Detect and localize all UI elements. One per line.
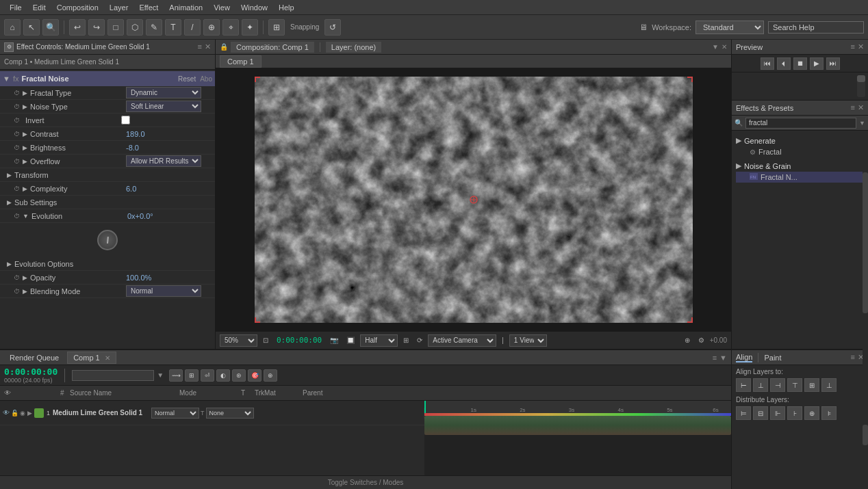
menu-effect[interactable]: Effect (133, 2, 164, 13)
preview-first-btn[interactable]: ⏮ (761, 57, 774, 70)
playhead[interactable] (424, 401, 426, 413)
evolution-options-row[interactable]: ▶ Evolution Options (0, 257, 215, 271)
menu-view[interactable]: View (208, 2, 235, 13)
quality-select[interactable]: Half Full Quarter (360, 334, 398, 347)
comp-collapse-btn[interactable]: ▼ (712, 43, 719, 51)
preview-play-btn[interactable]: ▶ (810, 57, 824, 70)
comp1-close-icon[interactable]: ✕ (105, 354, 110, 362)
view-select[interactable]: Active Camera (428, 334, 496, 347)
complexity-value[interactable]: 6.0 (126, 185, 212, 193)
snap-btn[interactable]: ⊞ (268, 19, 285, 36)
refresh-btn[interactable]: ↺ (324, 19, 341, 36)
layer-expand-btn[interactable]: ▶ (27, 410, 32, 417)
dist-right-btn[interactable]: ⊩ (770, 406, 785, 420)
timecode-display[interactable]: 0:00:00:00 (4, 367, 58, 377)
reset-btn[interactable]: Reset (178, 75, 196, 83)
layer-name[interactable]: Medium Lime Green Solid 1 (53, 409, 149, 417)
blending-mode-row[interactable]: ⏱ ▶ Blending Mode Normal Add Multiply (0, 285, 215, 298)
pointer-tool[interactable]: ↖ (23, 19, 40, 36)
dist-top-btn[interactable]: ⊦ (787, 406, 802, 420)
zoom-select[interactable]: 50% 25% 100% (220, 334, 257, 347)
redo-btn[interactable]: ↪ (88, 19, 105, 36)
stopwatch-blending[interactable]: ⏱ (14, 288, 20, 295)
toggle-icon[interactable]: ⟳ (414, 336, 425, 344)
tl-tool1[interactable]: ⟿ (169, 369, 183, 382)
align-tab[interactable]: Align (736, 353, 752, 362)
snapshot-icon[interactable]: 🔲 (344, 336, 357, 344)
tl-tool2[interactable]: ⊞ (185, 369, 199, 382)
preview-close-btn[interactable]: ✕ (858, 42, 864, 51)
sub-settings-row[interactable]: ▶ Sub Settings (0, 196, 215, 209)
generate-label[interactable]: ▶ Generate (736, 135, 864, 146)
menu-edit[interactable]: Edit (27, 2, 51, 13)
stopwatch-complexity[interactable]: ⏱ (14, 185, 20, 192)
abo-btn[interactable]: Abo (200, 75, 212, 83)
fit-icon[interactable]: ⊡ (260, 336, 271, 344)
transform-row[interactable]: ▶ Transform (0, 168, 215, 182)
menu-composition[interactable]: Composition (51, 2, 104, 13)
timeline-search-input[interactable] (72, 370, 154, 381)
undo-btn[interactable]: ↩ (69, 19, 86, 36)
invert-row[interactable]: ⏱ Invert (0, 114, 215, 127)
panel-menu-btn[interactable]: ≡ (198, 42, 202, 51)
tl-tool6[interactable]: 🎯 (248, 369, 261, 382)
preview-last-btn[interactable]: ⏭ (826, 57, 840, 70)
preview-menu-btn[interactable]: ≡ (851, 42, 855, 51)
align-vcenter-btn[interactable]: ⊞ (804, 378, 819, 392)
align-right-btn[interactable]: ⊣ (770, 378, 785, 392)
tool-icons[interactable]: ⊕ (682, 336, 693, 344)
more-icon[interactable]: ⚙ (695, 336, 707, 344)
toggle-modes-bar[interactable]: Toggle Switches / Modes (0, 475, 731, 489)
menu-help[interactable]: Help (273, 2, 300, 13)
dist-bottom-btn[interactable]: ⊧ (821, 406, 837, 420)
ep-close-btn[interactable]: ✕ (858, 103, 864, 112)
grid-icon[interactable]: ⊞ (400, 336, 411, 344)
timeline-collapse-btn[interactable]: ▼ (719, 354, 727, 362)
contrast-row[interactable]: ⏱ ▶ Contrast 189.0 (0, 127, 215, 141)
preview-scrollbar[interactable] (857, 75, 865, 97)
search-expand-icon[interactable]: ▼ (859, 120, 865, 127)
contrast-value[interactable]: 189.0 (126, 130, 212, 138)
dist-vcenter-btn[interactable]: ⊕ (804, 406, 819, 420)
home-btn[interactable]: ⌂ (4, 19, 21, 36)
comp-tab-comp1[interactable]: Comp 1 (220, 55, 261, 68)
stopwatch-fractal-type[interactable]: ⏱ (14, 90, 20, 96)
panel-close-btn[interactable]: ✕ (205, 42, 211, 51)
search-help-input[interactable] (768, 21, 864, 34)
stopwatch-contrast[interactable]: ⏱ (14, 131, 20, 137)
fractal-noise-header[interactable]: ▼ fx Fractal Noise Reset Abo (0, 71, 215, 86)
comp-close-btn[interactable]: ✕ (722, 43, 727, 51)
camera-icon[interactable]: 📷 (327, 336, 341, 344)
fractal-noise-item[interactable]: FN Fractal N... (736, 172, 864, 183)
stopwatch-overflow[interactable]: ⏱ (14, 158, 20, 165)
tl-tool7[interactable]: ⊕ (264, 369, 277, 382)
opacity-row[interactable]: ⏱ ▶ Opacity 100.0% (0, 271, 215, 285)
menu-window[interactable]: Window (235, 2, 273, 13)
complexity-row[interactable]: ⏱ ▶ Complexity 6.0 (0, 182, 215, 196)
align-scrollbar-thumb[interactable] (863, 425, 868, 445)
evolution-value[interactable]: 0x+0.0° (127, 212, 212, 220)
noise-type-select[interactable]: Soft Linear Linear Soft (126, 101, 201, 112)
menu-file[interactable]: File (4, 2, 27, 13)
layer-solo-btn[interactable]: ◉ (20, 410, 25, 417)
overflow-row[interactable]: ⏱ ▶ Overflow Allow HDR Results Clip (0, 155, 215, 168)
dist-left-btn[interactable]: ⊨ (736, 406, 751, 420)
menu-animation[interactable]: Animation (164, 2, 208, 13)
comp1-tab[interactable]: Comp 1 ✕ (67, 352, 116, 364)
timeline-menu-btn[interactable]: ≡ (713, 354, 717, 362)
align-menu-btn[interactable]: ≡ (851, 353, 855, 362)
layer-mode-select[interactable]: Normal Add (151, 408, 199, 419)
layer-lock-btn[interactable]: 🔓 (11, 410, 18, 417)
brightness-row[interactable]: ⏱ ▶ Brightness -8.0 (0, 141, 215, 155)
stopwatch-noise-type[interactable]: ⏱ (14, 103, 20, 110)
menu-layer[interactable]: Layer (104, 2, 134, 13)
tool9[interactable]: ⌖ (222, 19, 239, 36)
align-bottom-btn[interactable]: ⊥ (821, 378, 837, 392)
noise-grain-label[interactable]: ▶ Noise & Grain (736, 160, 864, 172)
dist-hcenter-btn[interactable]: ⊟ (753, 406, 768, 420)
tool8[interactable]: ⊕ (203, 19, 220, 36)
tl-tool4[interactable]: ◐ (216, 369, 230, 382)
view-count-select[interactable]: 1 View 2 Views (509, 334, 547, 347)
stopwatch-opacity[interactable]: ⏱ (14, 274, 20, 281)
stopwatch-brightness[interactable]: ⏱ (14, 144, 20, 151)
